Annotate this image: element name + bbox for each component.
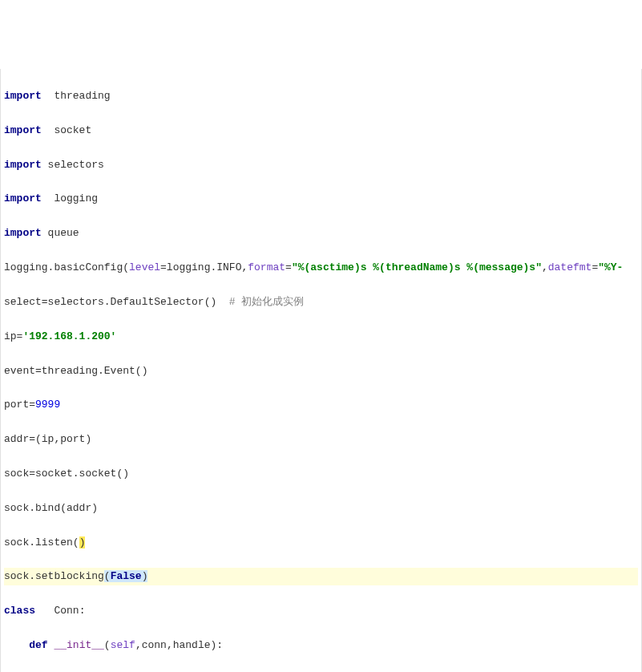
code-line: port=9999 bbox=[4, 396, 638, 413]
code-line: addr=(ip,port) bbox=[4, 431, 638, 447]
code-line: event=threading.Event() bbox=[4, 362, 638, 379]
code-line: logging.basicConfig(level=logging.INFO,f… bbox=[4, 259, 638, 276]
code-line: sock.listen() bbox=[4, 534, 638, 551]
code-line: ip='192.168.1.200' bbox=[4, 328, 638, 345]
code-line: import queue bbox=[4, 225, 638, 241]
code-line: select=selectors.DefaultSelector() # 初始化… bbox=[4, 293, 638, 310]
code-line: import logging bbox=[4, 190, 638, 207]
code-line: class Conn: bbox=[4, 602, 638, 619]
code-line: import threading bbox=[4, 87, 638, 104]
code-line: import socket bbox=[4, 122, 638, 139]
code-line: def __init__(self,conn,handle): bbox=[4, 637, 638, 654]
code-line-highlighted: sock.setblocking(False) bbox=[4, 568, 638, 585]
code-editor: import threading import socket import se… bbox=[0, 69, 642, 672]
code-line: sock=socket.socket() bbox=[4, 465, 638, 482]
code-line: sock.bind(addr) bbox=[4, 500, 638, 516]
code-line: import selectors bbox=[4, 156, 638, 173]
